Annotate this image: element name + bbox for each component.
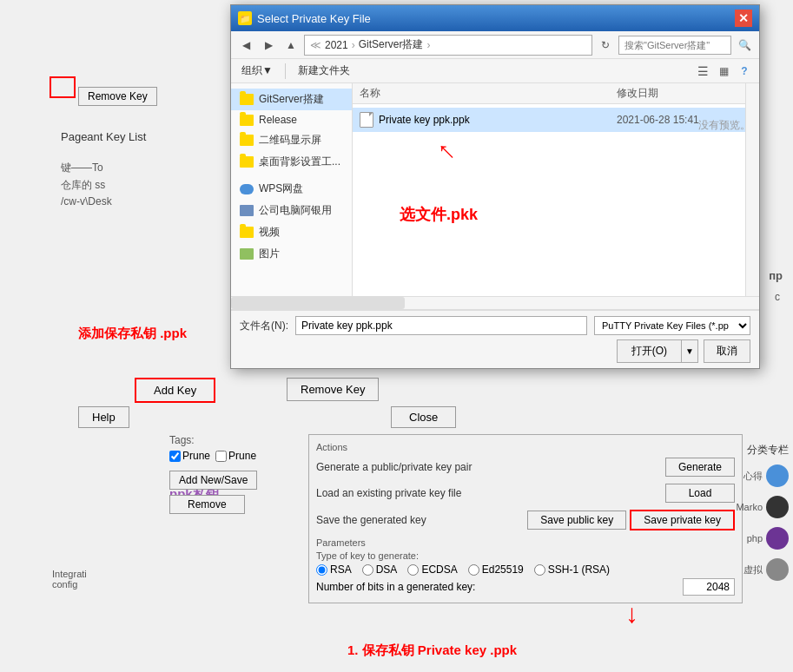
nav-label-qrcode: 二维码显示屏 bbox=[259, 133, 321, 148]
dialog-title-icon: 📁 bbox=[238, 11, 252, 25]
filetype-select[interactable]: PuTTY Private Key Files (*.pp bbox=[594, 316, 750, 335]
up-button[interactable]: ▲ bbox=[281, 36, 301, 55]
ecdsa-radio[interactable] bbox=[407, 564, 419, 576]
search-input[interactable] bbox=[618, 36, 731, 55]
bits-label: Number of bits in a generated key: bbox=[316, 581, 475, 593]
open-button[interactable]: 打开(O) bbox=[617, 339, 682, 363]
nav-label-company: 公司电脑阿银用 bbox=[259, 203, 332, 218]
ed25519-radio[interactable] bbox=[468, 564, 479, 576]
category-label-1: 心得 bbox=[743, 470, 763, 483]
filename-row: 文件名(N): PuTTY Private Key Files (*.pp bbox=[240, 316, 750, 335]
category-label-4: 虚拟 bbox=[743, 563, 763, 576]
category-avatar-1 bbox=[766, 464, 789, 487]
nav-item-pictures[interactable]: 图片 bbox=[231, 243, 352, 265]
key-path: /cw-v\Desk bbox=[61, 195, 112, 208]
annotation-bottom: 1. 保存私钥 Private key .ppk bbox=[347, 642, 517, 659]
dialog-file-list: 名称 修改日期 Private key ppk.ppk 2021-06-28 1… bbox=[353, 83, 745, 296]
nav-item-wps[interactable]: WPS网盘 bbox=[231, 178, 352, 200]
view-details-button[interactable]: ▦ bbox=[714, 62, 733, 81]
back-button[interactable]: ◀ bbox=[236, 36, 255, 55]
category-item-1[interactable]: 心得 bbox=[736, 464, 789, 487]
horizontal-scrollbar[interactable] bbox=[231, 296, 759, 310]
category-items: 心得 Marko php 虚拟 bbox=[736, 464, 789, 581]
ssh1-label: SSH-1 (RSA) bbox=[548, 563, 610, 576]
category-item-3[interactable]: php bbox=[736, 527, 789, 550]
load-label: Load an existing private key file bbox=[316, 487, 665, 499]
load-button[interactable]: Load bbox=[665, 484, 735, 503]
file-doc-icon bbox=[360, 112, 373, 128]
nav-item-video[interactable]: 视频 bbox=[231, 221, 352, 243]
folder-icon-gitserver bbox=[240, 94, 254, 105]
help-button[interactable]: Help bbox=[78, 406, 129, 428]
category-item-4[interactable]: 虚拟 bbox=[736, 558, 789, 581]
prune-label-2: Prune bbox=[228, 450, 256, 462]
cancel-dialog-button[interactable]: 取消 bbox=[704, 339, 750, 363]
nav-label-wps: WPS网盘 bbox=[259, 181, 303, 196]
forward-button[interactable]: ▶ bbox=[259, 36, 278, 55]
prune-checkbox-1[interactable]: Prune bbox=[169, 450, 210, 462]
save-label: Save the generated key bbox=[316, 514, 527, 526]
add-key-button[interactable]: Add Key bbox=[135, 378, 215, 403]
add-new-save-btn[interactable]: Add New/Save bbox=[169, 471, 257, 490]
new-folder-button[interactable]: 新建文件夹 bbox=[293, 62, 355, 80]
prune-check-1[interactable] bbox=[169, 451, 181, 462]
refresh-button[interactable]: ↻ bbox=[596, 36, 615, 55]
category-item-2[interactable]: Marko bbox=[736, 496, 789, 518]
rsa-label: RSA bbox=[330, 563, 352, 576]
rsa-radio[interactable] bbox=[316, 564, 327, 576]
nav-label-video: 视频 bbox=[259, 225, 280, 240]
help-dialog-button[interactable]: ? bbox=[735, 62, 754, 81]
folder-icon-desktop bbox=[240, 156, 254, 168]
generate-button[interactable]: Generate bbox=[665, 458, 735, 477]
filename-input[interactable] bbox=[295, 316, 587, 335]
save-private-key-button[interactable]: Save private key bbox=[630, 510, 735, 530]
dsa-radio[interactable] bbox=[362, 564, 373, 576]
ssh1-radio-label[interactable]: SSH-1 (RSA) bbox=[534, 563, 610, 576]
nav-item-release[interactable]: Release bbox=[231, 110, 352, 129]
search-button[interactable]: 🔍 bbox=[735, 36, 754, 55]
remove-tags-btn[interactable]: Remove bbox=[169, 495, 245, 514]
prune-checkbox-2[interactable]: Prune bbox=[215, 450, 256, 462]
file-item-ppk[interactable]: Private key ppk.ppk 2021-06-28 15:41 bbox=[353, 108, 745, 132]
arrow-down-bottom: ↓ bbox=[625, 599, 638, 629]
file-list-body: Private key ppk.ppk 2021-06-28 15:41 bbox=[353, 104, 745, 135]
save-public-key-button[interactable]: Save public key bbox=[527, 511, 626, 530]
view-list-button[interactable]: ☰ bbox=[693, 62, 712, 81]
open-button-group: 打开(O) ▼ bbox=[617, 339, 698, 363]
params-label: Parameters bbox=[316, 537, 735, 548]
dialog-close-button[interactable]: ✕ bbox=[735, 10, 752, 27]
nav-item-company[interactable]: 公司电脑阿银用 bbox=[231, 200, 352, 221]
open-dropdown-button[interactable]: ▼ bbox=[682, 339, 698, 363]
right-label-pr: пр bbox=[769, 269, 783, 282]
path-separator-2: › bbox=[426, 39, 430, 51]
close-pageant-button[interactable]: Close bbox=[391, 406, 456, 428]
remove-key-button[interactable]: Remove Key bbox=[287, 378, 379, 401]
key-indicator-box bbox=[50, 76, 76, 98]
annotation-add-ppk: 添加保存私钥 .ppk bbox=[78, 326, 187, 342]
dsa-radio-label[interactable]: DSA bbox=[362, 563, 398, 576]
dialog-title-container: 📁 Select Private Key File bbox=[238, 11, 371, 25]
path-separator-1: › bbox=[352, 39, 355, 51]
bits-input[interactable] bbox=[683, 578, 735, 596]
organize-button[interactable]: 组织▼ bbox=[236, 62, 278, 80]
annotation-select-file: 选文件.pkk bbox=[400, 204, 478, 225]
add-new-save-container: Add New/Save bbox=[169, 471, 257, 490]
prune-check-2[interactable] bbox=[215, 451, 227, 462]
nav-item-gitserver[interactable]: GitServer搭建 bbox=[231, 89, 352, 110]
nav-item-qrcode[interactable]: 二维码显示屏 bbox=[231, 129, 352, 151]
dialog-left-nav: GitServer搭建 Release 二维码显示屏 桌面背影设置工... WP… bbox=[231, 83, 353, 296]
ecdsa-radio-label[interactable]: ECDSA bbox=[407, 563, 457, 576]
remove-key-top-button[interactable]: Remove Key bbox=[78, 87, 157, 106]
category-avatar-2 bbox=[766, 496, 789, 518]
column-name-header: 名称 bbox=[360, 86, 617, 101]
ed25519-radio-label[interactable]: Ed25519 bbox=[468, 563, 524, 576]
parameters-section: Parameters Type of key to generate: RSA … bbox=[316, 537, 735, 596]
filename-label: 文件名(N): bbox=[240, 319, 288, 333]
nav-item-desktop[interactable]: 桌面背影设置工... bbox=[231, 151, 352, 173]
nav-label-desktop: 桌面背影设置工... bbox=[259, 155, 340, 169]
rsa-radio-label[interactable]: RSA bbox=[316, 563, 352, 576]
path-bar[interactable]: ≪ 2021 › GitServer搭建 › bbox=[304, 35, 592, 56]
ssh1-radio[interactable] bbox=[534, 564, 545, 576]
file-list-header: 名称 修改日期 bbox=[353, 83, 745, 104]
dialog-scrollbar[interactable] bbox=[745, 83, 759, 296]
